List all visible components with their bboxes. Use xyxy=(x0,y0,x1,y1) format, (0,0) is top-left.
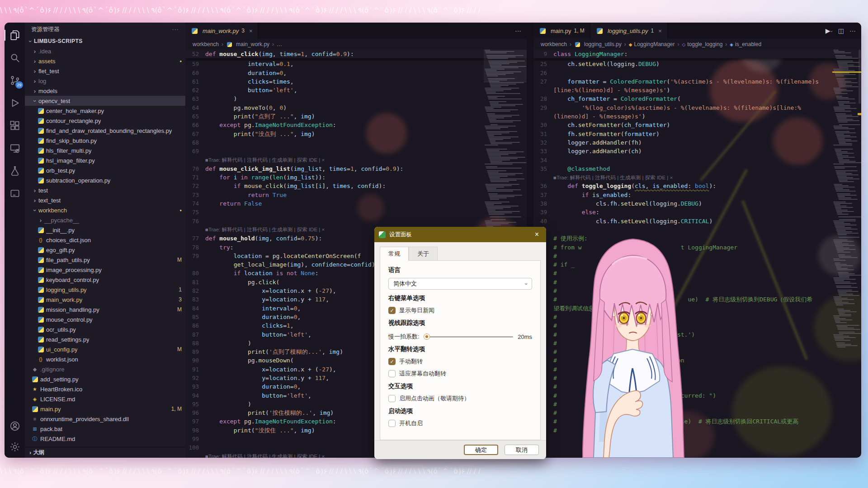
file-row[interactable]: ⊞pack.bat xyxy=(25,424,185,434)
explorer-icon[interactable] xyxy=(9,29,21,42)
slider-track[interactable] xyxy=(424,336,514,338)
dialog-tab-关于[interactable]: 关于 xyxy=(409,247,438,261)
run-debug-icon[interactable] xyxy=(9,97,21,109)
file-row[interactable]: read_settings.py xyxy=(25,334,185,344)
file-row[interactable]: add_setting.py xyxy=(25,374,185,384)
language-select[interactable]: 简体中文› xyxy=(388,278,532,290)
file-row[interactable]: ui_config.pyM xyxy=(25,344,185,354)
file-row[interactable]: find_skip_button.py xyxy=(25,136,185,145)
notes-icon[interactable] xyxy=(9,187,21,200)
checkbox-unchecked[interactable] xyxy=(388,370,396,377)
ok-button[interactable]: 确定 xyxy=(464,445,498,455)
more-actions-icon[interactable]: ··· xyxy=(515,27,521,34)
folder-row[interactable]: ›LIMBUS-SCRIPTS xyxy=(25,36,185,46)
file-row[interactable]: mouse_control.py xyxy=(25,314,185,324)
file-row[interactable]: file_path_utils.pyM xyxy=(25,255,185,265)
folder-row[interactable]: ›log xyxy=(25,76,185,86)
trae-codelens[interactable]: ■Trae: 解释代码 | 注释代码 | 生成单测 | 探索 IDE | × xyxy=(205,157,325,163)
code-line: 76 xyxy=(185,217,527,225)
outline-section-header[interactable]: › 大纲 xyxy=(25,447,185,458)
file-row[interactable]: image_processing.py xyxy=(25,265,185,275)
tab-close-icon[interactable]: × xyxy=(658,28,662,34)
file-row[interactable]: mission_handling.pyM xyxy=(25,305,185,314)
file-row[interactable]: ◈LICENSE.md xyxy=(25,394,185,404)
checkbox-row[interactable]: 适应屏幕自动翻转 xyxy=(388,370,532,378)
file-row[interactable]: ◆.gitignore xyxy=(25,364,185,374)
breadcrumb-item[interactable]: ◈is_enabled xyxy=(730,41,761,47)
minimap[interactable] xyxy=(832,50,861,458)
tab-logging_utils.py[interactable]: logging_utils.py1× xyxy=(590,23,668,39)
folder-row[interactable]: ›workbench● xyxy=(25,205,185,215)
tab-main.py[interactable]: main.py1, M xyxy=(533,23,590,39)
breadcrumb-item[interactable]: … xyxy=(277,41,282,47)
file-row[interactable]: hsl_image_filter.py xyxy=(25,155,185,165)
file-row[interactable]: ★HeartBroken.ico xyxy=(25,384,185,394)
trae-codelens[interactable]: ■Trae: 解释代码 | 注释代码 | 生成单测 | 探索 IDE | × xyxy=(205,454,325,458)
dialog-titlebar[interactable]: 设置面板 × xyxy=(374,227,546,242)
folder-row[interactable]: ›__pycache__ xyxy=(25,215,185,225)
file-row[interactable]: find_and_draw_rotated_bounding_rectangle… xyxy=(25,126,185,136)
checkbox-unchecked[interactable] xyxy=(388,395,396,402)
account-icon[interactable] xyxy=(9,420,21,432)
dialog-tab-常规[interactable]: 常规 xyxy=(380,247,409,261)
file-row[interactable]: ocr_utils.py xyxy=(25,324,185,334)
folder-row[interactable]: ›opencv_test xyxy=(25,96,185,106)
scrollbar[interactable] xyxy=(858,50,861,458)
checkbox-unchecked[interactable] xyxy=(388,420,396,427)
folder-row[interactable]: ›text_test xyxy=(25,195,185,205)
file-label: contour_rectangle.py xyxy=(46,117,101,124)
extensions-icon[interactable] xyxy=(9,119,21,132)
breadcrumb-item[interactable]: ◇toggle_logging xyxy=(682,41,723,47)
file-row[interactable]: hls_filter_multi.py xyxy=(25,145,185,155)
file-row[interactable]: {}choices_dict.json xyxy=(25,235,185,245)
file-row[interactable]: ego_gift.py xyxy=(25,245,185,255)
checkbox-row[interactable]: ✓显示每日新闻 xyxy=(388,306,532,314)
explorer-more-button[interactable]: ··· xyxy=(172,26,179,33)
file-row[interactable]: ⓘREADME.md xyxy=(25,434,185,444)
tab-main_work.py[interactable]: main_work.py3× xyxy=(185,23,258,39)
file-row[interactable]: main.py1, M xyxy=(25,404,185,414)
breadcrumb-item[interactable]: main_work.py xyxy=(226,41,269,47)
slider-handle[interactable] xyxy=(424,333,430,340)
trae-codelens[interactable]: ■Trae: 解释代码 | 注释代码 | 生成单测 | 探索 IDE | × xyxy=(205,227,325,232)
checkbox-checked[interactable]: ✓ xyxy=(388,307,396,314)
file-row[interactable]: main_work.py3 xyxy=(25,295,185,305)
file-row[interactable]: ≡onnxruntime_providers_shared.dll xyxy=(25,414,185,424)
breadcrumb-item[interactable]: workbench xyxy=(193,41,219,47)
checkbox-row[interactable]: ✓手动翻转 xyxy=(388,357,532,366)
breadcrumb-item[interactable]: workbench xyxy=(541,41,567,47)
folder-row[interactable]: ›flet_test xyxy=(25,66,185,76)
file-row[interactable]: contour_rectangle.py xyxy=(25,116,185,126)
remote-icon[interactable] xyxy=(9,142,21,155)
split-editor-icon[interactable]: ◫ xyxy=(838,27,844,34)
run-button[interactable]: ▶› xyxy=(826,27,833,34)
file-row[interactable]: center_hole_maker.py xyxy=(25,106,185,116)
tab-close-icon[interactable]: × xyxy=(249,28,253,34)
file-row[interactable]: subtraction_operation.py xyxy=(25,175,185,185)
folder-row[interactable]: ›test xyxy=(25,185,185,195)
code-line: # xyxy=(533,374,861,382)
checkbox-checked[interactable]: ✓ xyxy=(388,358,396,365)
file-row[interactable]: orb_test.py xyxy=(25,165,185,175)
breadcrumb-item[interactable]: logging_utils.py xyxy=(574,41,622,47)
settings-icon[interactable] xyxy=(9,441,21,453)
source-control-icon[interactable]: 29 xyxy=(9,74,21,87)
folder-row[interactable]: ›assets● xyxy=(25,56,185,66)
folder-row[interactable]: ›.idea xyxy=(25,46,185,56)
trae-codelens[interactable]: ■Trae: 解释代码 | 注释代码 | 生成单测 | 探索 IDE | × xyxy=(553,175,673,180)
folder-row[interactable]: ›models xyxy=(25,86,185,96)
file-row[interactable]: {}worklist.json xyxy=(25,354,185,364)
checkbox-row[interactable]: 启用点击动画（敬请期待） xyxy=(388,394,532,403)
search-icon[interactable] xyxy=(9,52,21,64)
file-row[interactable]: keyboard_control.py xyxy=(25,275,185,285)
more-actions-icon[interactable]: ··· xyxy=(849,27,856,34)
minimap-viewport[interactable] xyxy=(484,50,527,82)
breadcrumb-item[interactable]: ◆LoggingManager xyxy=(629,41,675,47)
checkbox-row[interactable]: 开机自启 xyxy=(388,419,532,427)
testing-icon[interactable] xyxy=(9,164,21,177)
file-row[interactable]: __init__.py xyxy=(25,225,185,235)
file-row[interactable]: logging_utils.py1 xyxy=(25,285,185,295)
code-area[interactable]: 9class LoggingManager:25 ch.setLevel(log… xyxy=(533,50,861,458)
cancel-button[interactable]: 取消 xyxy=(505,445,539,455)
close-icon[interactable]: × xyxy=(532,230,542,239)
